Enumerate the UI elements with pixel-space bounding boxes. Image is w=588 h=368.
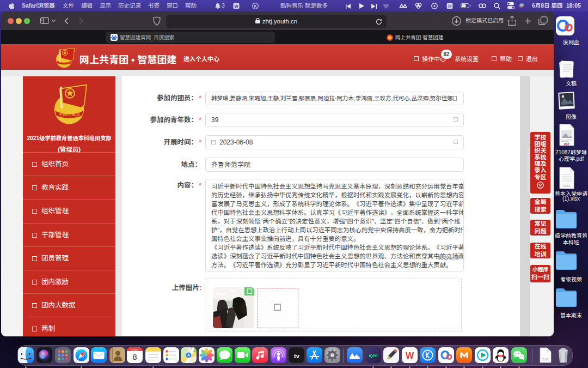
svg-text:W: W [405, 351, 414, 360]
svg-text:6月8日: 6月8日 [131, 348, 138, 351]
svg-text:XLSX: XLSX [542, 358, 548, 361]
svg-text:K: K [254, 4, 257, 8]
svg-text:中国共青团: 中国共青团 [58, 61, 69, 64]
svg-text:中国共青团: 中国共青团 [58, 111, 79, 117]
svg-text:XLSX: XLSX [563, 184, 571, 188]
svg-text:W: W [235, 3, 238, 8]
svg-text:tv: tv [294, 353, 300, 359]
svg-text:iQIYI: iQIYI [369, 354, 377, 358]
svg-text:PDF: PDF [564, 143, 569, 146]
svg-text:8: 8 [132, 352, 137, 361]
svg-text:拼: 拼 [448, 3, 452, 9]
